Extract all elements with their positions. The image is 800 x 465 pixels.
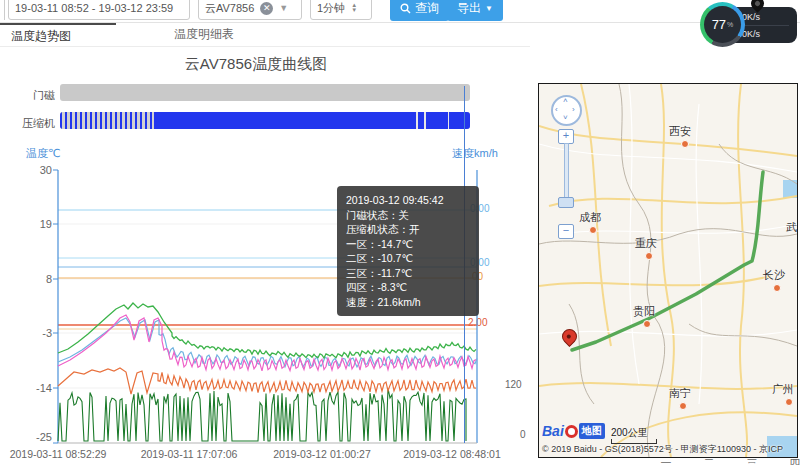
baidu-map[interactable]: 西安 成都 重庆 贵阳 长沙 南宁 广州 武 ˄ ˅ ‹ › + − Bai 地… — [538, 83, 798, 458]
usage-gauge[interactable]: 77% — [700, 2, 745, 47]
spinner-icon[interactable]: ▲▼ — [351, 3, 357, 13]
date-range-value: 19-03-11 08:52 - 19-03-12 23:59 — [15, 2, 173, 14]
date-range-input[interactable]: 19-03-11 08:52 - 19-03-12 23:59 — [8, 0, 190, 20]
chart-tooltip: 2019-03-12 09:45:42 门磁状态：关 压缩机状态：开 一区：-1… — [337, 186, 479, 316]
city-dot-icon — [773, 284, 781, 292]
tooltip-time: 2019-03-12 09:45:42 — [346, 193, 470, 208]
pan-left-icon[interactable]: ‹ — [555, 105, 558, 114]
tooltip-line: 一区：-14.7℃ — [346, 237, 470, 252]
zoom-slider-handle[interactable] — [558, 197, 574, 208]
pan-right-icon[interactable]: › — [572, 105, 575, 114]
map-pan-control[interactable]: ˄ ˅ ‹ › — [551, 95, 582, 126]
pan-up-icon[interactable]: ˄ — [563, 96, 568, 105]
tabs-divider — [0, 46, 530, 47]
series-speed — [58, 388, 466, 441]
city-label: 贵阳 — [633, 304, 655, 319]
city-label: 武 — [786, 220, 797, 235]
map-canvas — [539, 84, 797, 457]
city-dot-icon — [643, 320, 651, 328]
pan-down-icon[interactable]: ˅ — [563, 113, 568, 122]
city-dot-icon — [785, 398, 793, 406]
interval-select[interactable]: 1分钟 ▲▼ — [310, 0, 372, 20]
interval-value: 1分钟 — [317, 1, 345, 16]
city-label: 南宁 — [669, 386, 691, 401]
city-label: 成都 — [579, 210, 601, 225]
zoom-slider-track[interactable] — [564, 143, 569, 203]
gauge-percent: 77 — [712, 17, 726, 32]
tooltip-line: 门磁状态：关 — [346, 208, 470, 223]
query-label: 查询 — [415, 0, 439, 17]
clear-icon[interactable]: ✕ — [260, 2, 273, 15]
city-label: 西安 — [669, 124, 691, 139]
tooltip-line: 二区：-10.7℃ — [346, 251, 470, 266]
map-scale-label: 200公里 — [611, 426, 648, 440]
chart-title: 云AV7856温度曲线图 — [0, 55, 512, 74]
tooltip-line: 四区：-8.3℃ — [346, 280, 470, 295]
city-dot-icon — [681, 140, 689, 148]
city-label: 重庆 — [635, 236, 657, 251]
city-dot-icon — [679, 402, 687, 410]
city-label: 广州 — [772, 382, 794, 397]
tooltip-line: 压缩机状态：开 — [346, 222, 470, 237]
vehicle-value: 云AV7856 — [205, 1, 254, 16]
export-button[interactable]: 导出 ▼ — [447, 0, 503, 21]
map-copyright: © 2019 Baidu - GS(2018)5572号 - 甲测资字11009… — [542, 443, 798, 456]
zoom-in-button[interactable]: + — [558, 129, 574, 144]
chart-legend: 开 关 一区 二区 三区 四区 — [562, 456, 800, 465]
baidu-logo-text: Bai — [542, 423, 564, 439]
toolbar: 19-03-11 08:52 - 19-03-12 23:59 云AV7856 … — [0, 0, 800, 23]
baidu-logo-map-text: 地图 — [579, 423, 605, 439]
city-dot-icon — [589, 226, 597, 234]
legend-item[interactable]: 二区 — [691, 456, 718, 465]
vehicle-select[interactable]: 云AV7856 ✕ ▼ — [198, 0, 302, 20]
baidu-paw-icon — [565, 425, 578, 438]
city-dot-icon — [645, 252, 653, 260]
tooltip-line: 速度：21.6km/h — [346, 295, 470, 310]
tab-trend-label: 温度趋势图 — [11, 28, 71, 45]
tab-detail-label: 温度明细表 — [174, 26, 234, 43]
legend-item[interactable]: 三区 — [734, 456, 761, 465]
baidu-logo: Bai 地图 — [542, 423, 605, 439]
caret-down-icon: ▼ — [485, 4, 493, 13]
tooltip-line: 三区：-11.7℃ — [346, 266, 470, 281]
series-zone2 — [58, 315, 476, 371]
query-button[interactable]: 查询 — [390, 0, 449, 21]
download-speed: 0K/s — [742, 29, 760, 39]
toolbar-left-divider — [4, 0, 5, 20]
export-label: 导出 — [457, 0, 481, 17]
tab-trend-chart[interactable]: 温度趋势图 — [0, 23, 116, 48]
percent-sign: % — [727, 21, 733, 28]
zoom-out-button[interactable]: − — [558, 224, 574, 239]
series-zone1 — [58, 368, 476, 394]
search-icon — [400, 3, 411, 14]
legend-item[interactable]: 一区 — [648, 456, 675, 465]
legend-item[interactable]: 四区 — [777, 456, 800, 465]
tab-detail-table[interactable]: 温度明细表 — [148, 23, 260, 46]
chevron-down-icon[interactable]: ▼ — [279, 3, 288, 13]
city-label: 长沙 — [763, 268, 785, 283]
